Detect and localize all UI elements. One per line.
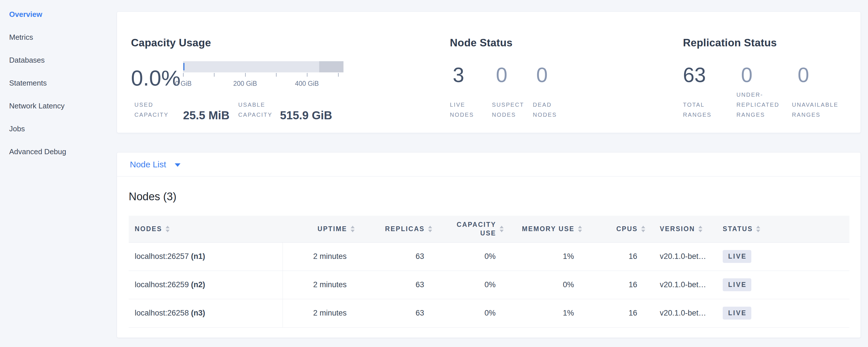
sort-icon xyxy=(756,226,760,232)
version-cell: v20.1.0-bet… xyxy=(649,299,723,327)
column-label: NODES xyxy=(135,225,162,233)
uptime-cell: 2 minutes xyxy=(283,271,358,299)
live-nodes-count: 3 xyxy=(453,63,464,87)
under-replicated-ranges-label: UNDER-REPLICATED RANGES xyxy=(737,90,788,120)
capacity-bar-used-marker xyxy=(183,63,184,70)
node-status-title: Node Status xyxy=(450,37,513,49)
nodes-section-title: Nodes (3) xyxy=(129,191,177,203)
sidebar-item-jobs[interactable]: Jobs xyxy=(0,117,116,140)
column-label: UPTIME xyxy=(317,225,347,233)
sort-icon xyxy=(578,226,582,232)
sidebar-item-databases[interactable]: Databases xyxy=(0,49,116,71)
capacity-use-cell: 0% xyxy=(436,299,507,327)
node-list-card: Node List Nodes (3) NODES UPTIME REPLICA… xyxy=(117,152,861,338)
cluster-summary-card: Capacity Usage 0.0% 0 GiB 200 GiB 400 Gi… xyxy=(117,11,861,133)
sort-icon xyxy=(165,226,169,232)
column-header-memory-use[interactable]: MEMORY USE xyxy=(507,216,585,242)
table-row[interactable]: localhost:26258 (n3) 2 minutes 63 0% 1% … xyxy=(129,299,849,327)
total-ranges-count: 63 xyxy=(683,63,706,87)
dead-nodes-count: 0 xyxy=(536,63,548,87)
memory-use-cell: 0% xyxy=(507,271,585,299)
sort-icon xyxy=(699,226,703,232)
node-list-dropdown-label: Node List xyxy=(130,160,166,169)
status-badge: LIVE xyxy=(723,307,751,319)
capacity-use-cell: 0% xyxy=(436,271,507,299)
axis-tick xyxy=(276,73,277,77)
status-badge: LIVE xyxy=(723,250,751,263)
sort-icon xyxy=(500,226,504,232)
node-id: (n1) xyxy=(191,252,205,261)
nodes-table: NODES UPTIME REPLICAS CAPACITY USE MEMOR… xyxy=(129,216,849,327)
cpus-cell: 16 xyxy=(585,242,649,271)
sidebar-item-network-latency[interactable]: Network Latency xyxy=(0,94,116,117)
replicas-cell: 63 xyxy=(358,271,436,299)
column-header-status[interactable]: STATUS xyxy=(723,216,849,242)
column-header-cpus[interactable]: CPUS xyxy=(585,216,649,242)
column-label: REPLICAS xyxy=(385,225,425,233)
sidebar-item-overview[interactable]: Overview xyxy=(0,3,116,26)
capacity-usage-title: Capacity Usage xyxy=(131,37,211,49)
sidebar-item-metrics[interactable]: Metrics xyxy=(0,26,116,49)
column-label: VERSION xyxy=(660,225,695,233)
status-badge: LIVE xyxy=(723,278,751,291)
usable-capacity-label: USABLE CAPACITY xyxy=(238,100,278,120)
axis-label-400: 400 GiB xyxy=(295,80,319,88)
capacity-usage-bar xyxy=(183,61,343,72)
used-capacity-value: 25.5 MiB xyxy=(183,109,229,122)
capacity-use-cell: 0% xyxy=(436,242,507,271)
axis-tick xyxy=(183,73,184,77)
column-header-version[interactable]: VERSION xyxy=(649,216,723,242)
column-header-uptime[interactable]: UPTIME xyxy=(283,216,358,242)
memory-use-cell: 1% xyxy=(507,299,585,327)
live-nodes-label: LIVE NODES xyxy=(450,100,480,120)
cpus-cell: 16 xyxy=(585,271,649,299)
replication-status-title: Replication Status xyxy=(683,37,777,49)
version-cell: v20.1.0-bet… xyxy=(649,242,723,271)
node-address[interactable]: localhost:26258 xyxy=(135,309,189,317)
table-row[interactable]: localhost:26257 (n1) 2 minutes 63 0% 1% … xyxy=(129,242,849,271)
used-capacity-label: USED CAPACITY xyxy=(134,100,183,120)
node-id: (n3) xyxy=(191,309,205,317)
cpus-cell: 16 xyxy=(585,299,649,327)
column-label: CAPACITY USE xyxy=(453,220,496,238)
replicas-cell: 63 xyxy=(358,299,436,327)
total-ranges-label: TOTAL RANGES xyxy=(683,100,714,120)
dead-nodes-label: DEAD NODES xyxy=(533,100,563,120)
sidebar-item-advanced-debug[interactable]: Advanced Debug xyxy=(0,140,116,163)
axis-tick xyxy=(338,73,339,77)
column-header-capacity-use[interactable]: CAPACITY USE xyxy=(436,216,507,242)
column-header-replicas[interactable]: REPLICAS xyxy=(358,216,436,242)
sidebar: Overview Metrics Databases Statements Ne… xyxy=(0,0,116,163)
axis-tick xyxy=(245,73,246,77)
sidebar-item-statements[interactable]: Statements xyxy=(0,71,116,94)
node-list-dropdown[interactable]: Node List xyxy=(117,153,861,177)
unavailable-ranges-count: 0 xyxy=(798,63,809,87)
node-address[interactable]: localhost:26257 xyxy=(135,252,189,261)
column-header-nodes[interactable]: NODES xyxy=(129,216,283,242)
uptime-cell: 2 minutes xyxy=(283,299,358,327)
suspect-nodes-count: 0 xyxy=(496,63,507,87)
uptime-cell: 2 minutes xyxy=(283,242,358,271)
sort-icon xyxy=(428,226,432,232)
column-label: STATUS xyxy=(723,225,753,233)
node-address[interactable]: localhost:26259 xyxy=(135,280,189,289)
axis-label-200: 200 GiB xyxy=(233,80,257,88)
axis-tick xyxy=(214,73,215,77)
capacity-used-percent: 0.0% xyxy=(131,65,181,90)
memory-use-cell: 1% xyxy=(507,242,585,271)
axis-label-0: 0 GiB xyxy=(175,80,192,88)
unavailable-ranges-label: UNAVAILABLE RANGES xyxy=(792,100,845,120)
table-row[interactable]: localhost:26259 (n2) 2 minutes 63 0% 0% … xyxy=(129,271,849,299)
sort-icon xyxy=(641,226,645,232)
node-id: (n2) xyxy=(191,280,205,289)
column-label: MEMORY USE xyxy=(522,225,575,233)
version-cell: v20.1.0-bet… xyxy=(649,271,723,299)
replicas-cell: 63 xyxy=(358,242,436,271)
caret-down-icon xyxy=(175,163,181,167)
suspect-nodes-label: SUSPECT NODES xyxy=(492,100,528,120)
table-header-row: NODES UPTIME REPLICAS CAPACITY USE MEMOR… xyxy=(129,216,849,242)
usable-capacity-value: 515.9 GiB xyxy=(280,109,332,122)
under-replicated-ranges-count: 0 xyxy=(741,63,752,87)
sort-icon xyxy=(351,226,354,232)
capacity-bar-reserved-segment xyxy=(319,61,343,72)
